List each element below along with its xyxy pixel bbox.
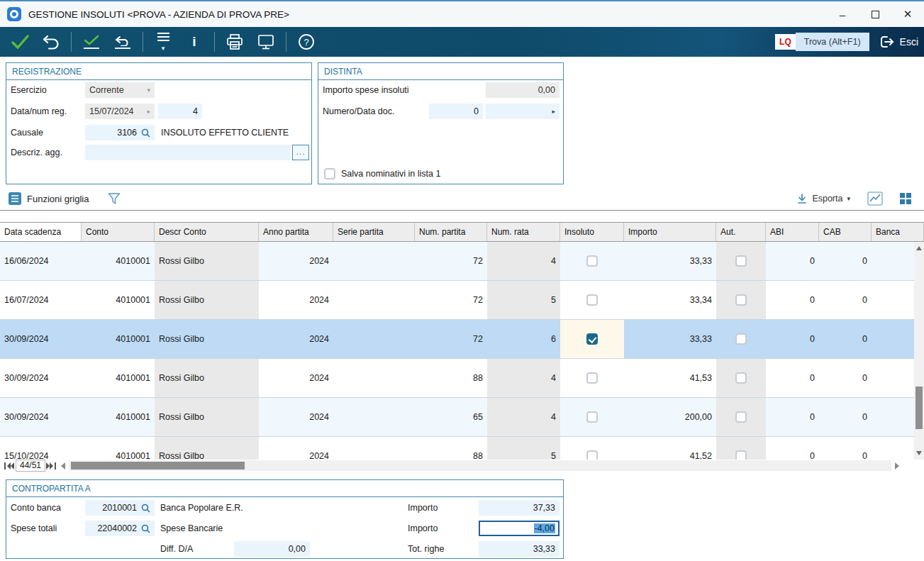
cell-abi[interactable]: 0 bbox=[766, 242, 819, 280]
column-header-data_scadenza[interactable]: Data scadenza bbox=[0, 223, 82, 241]
cell-conto[interactable]: 4010001 bbox=[82, 281, 155, 319]
menu-button[interactable]: ▾ bbox=[148, 30, 178, 54]
salva-nominativi-checkbox[interactable] bbox=[324, 168, 335, 179]
scroll-down-icon[interactable] bbox=[916, 451, 922, 455]
cell-banca[interactable] bbox=[872, 437, 914, 460]
cell-aut[interactable] bbox=[716, 320, 766, 358]
maximize-button[interactable] bbox=[859, 1, 891, 27]
cell-anno_partita[interactable]: 2024 bbox=[259, 437, 333, 460]
insoluto-checkbox[interactable] bbox=[586, 333, 598, 345]
cell-num_rata[interactable]: 4 bbox=[487, 398, 560, 436]
esci-button[interactable]: Esci bbox=[879, 35, 918, 49]
column-header-serie_partita[interactable]: Serie partita bbox=[333, 223, 415, 241]
trova-search-button[interactable]: Trova (Alt+F1) bbox=[796, 33, 869, 51]
column-header-descr_conto[interactable]: Descr Conto bbox=[155, 223, 259, 241]
conto-banca-field[interactable]: 2010001 bbox=[85, 500, 155, 516]
data-doc-field[interactable]: ▸ bbox=[486, 104, 560, 119]
search-icon[interactable] bbox=[141, 524, 150, 533]
cell-anno_partita[interactable]: 2024 bbox=[259, 359, 333, 397]
cell-data_scadenza[interactable]: 30/09/2024 bbox=[0, 398, 82, 436]
cell-abi[interactable]: 0 bbox=[766, 359, 819, 397]
funzioni-griglia-button[interactable]: Funzioni griglia bbox=[27, 194, 89, 204]
vertical-scrollbar-thumb[interactable] bbox=[915, 387, 923, 429]
cell-banca[interactable] bbox=[872, 398, 914, 436]
column-header-num_rata[interactable]: Num. rata bbox=[487, 223, 560, 241]
search-icon[interactable] bbox=[141, 504, 150, 513]
aut-checkbox[interactable] bbox=[735, 255, 747, 267]
insoluto-checkbox[interactable] bbox=[586, 450, 598, 460]
horizontal-scrollbar[interactable] bbox=[69, 460, 891, 471]
causale-field[interactable]: 3106 bbox=[85, 125, 155, 140]
cell-anno_partita[interactable]: 2024 bbox=[259, 281, 333, 319]
insoluto-checkbox[interactable] bbox=[586, 294, 598, 306]
spese-totali-field[interactable]: 22040002 bbox=[85, 521, 155, 536]
descriz-input[interactable] bbox=[85, 145, 291, 160]
confirm-button[interactable] bbox=[5, 30, 35, 54]
cell-descr_conto[interactable]: Rossi Gilbo bbox=[155, 320, 259, 358]
cell-insoluto[interactable] bbox=[560, 398, 624, 436]
cell-serie_partita[interactable] bbox=[333, 281, 415, 319]
cell-data_scadenza[interactable]: 16/07/2024 bbox=[0, 281, 82, 319]
cell-num_partita[interactable]: 65 bbox=[415, 398, 487, 436]
cell-importo[interactable]: 33,34 bbox=[624, 281, 716, 319]
aut-checkbox[interactable] bbox=[735, 372, 747, 384]
cell-cab[interactable]: 0 bbox=[819, 281, 872, 319]
cell-num_partita[interactable]: 72 bbox=[415, 242, 487, 280]
cell-abi[interactable]: 0 bbox=[766, 281, 819, 319]
column-header-anno_partita[interactable]: Anno partita bbox=[259, 223, 333, 241]
scroll-right-icon[interactable] bbox=[895, 462, 899, 470]
cell-importo[interactable]: 41,53 bbox=[624, 359, 716, 397]
undo-button[interactable] bbox=[36, 30, 66, 54]
scroll-left-icon[interactable] bbox=[61, 462, 65, 470]
cell-num_rata[interactable]: 4 bbox=[487, 359, 560, 397]
cell-num_rata[interactable]: 5 bbox=[487, 437, 560, 460]
cell-conto[interactable]: 4010001 bbox=[82, 437, 155, 460]
cell-cab[interactable]: 0 bbox=[819, 398, 872, 436]
cell-num_rata[interactable]: 4 bbox=[487, 242, 560, 280]
undo-and-close-button[interactable] bbox=[108, 30, 138, 54]
cell-conto[interactable]: 4010001 bbox=[82, 320, 155, 358]
cell-num_partita[interactable]: 88 bbox=[415, 437, 487, 460]
cell-serie_partita[interactable] bbox=[333, 242, 415, 280]
cell-descr_conto[interactable]: Rossi Gilbo bbox=[155, 281, 259, 319]
cell-insoluto[interactable] bbox=[560, 242, 624, 280]
cell-abi[interactable]: 0 bbox=[766, 320, 819, 358]
cell-banca[interactable] bbox=[872, 320, 914, 358]
aut-checkbox[interactable] bbox=[735, 294, 747, 306]
cell-aut[interactable] bbox=[716, 437, 766, 460]
cell-num_partita[interactable]: 72 bbox=[415, 281, 487, 319]
cell-importo[interactable]: 41,52 bbox=[624, 437, 716, 460]
cell-descr_conto[interactable]: Rossi Gilbo bbox=[155, 242, 259, 280]
cell-cab[interactable]: 0 bbox=[819, 242, 872, 280]
first-page-icon[interactable] bbox=[4, 462, 15, 470]
cell-insoluto[interactable] bbox=[560, 320, 624, 358]
cell-data_scadenza[interactable]: 16/06/2024 bbox=[0, 242, 82, 280]
cell-banca[interactable] bbox=[872, 359, 914, 397]
cell-descr_conto[interactable]: Rossi Gilbo bbox=[155, 437, 259, 460]
cell-serie_partita[interactable] bbox=[333, 437, 415, 460]
column-header-importo[interactable]: Importo bbox=[624, 223, 716, 241]
vertical-scrollbar[interactable] bbox=[914, 242, 924, 460]
scroll-up-icon[interactable] bbox=[916, 246, 922, 250]
cell-conto[interactable]: 4010001 bbox=[82, 242, 155, 280]
cell-conto[interactable]: 4010001 bbox=[82, 398, 155, 436]
more-button[interactable]: ... bbox=[292, 145, 309, 160]
column-header-insoluto[interactable]: Insoluto bbox=[560, 223, 624, 241]
cell-num_partita[interactable]: 72 bbox=[415, 320, 487, 358]
minimize-button[interactable]: – bbox=[826, 1, 859, 27]
importo-spese-input-focused[interactable]: -4,00 bbox=[479, 521, 560, 536]
diff-da-field[interactable]: 0,00 bbox=[234, 541, 310, 557]
screen-preview-button[interactable] bbox=[251, 30, 281, 54]
importo-banca-field[interactable]: 37,33 bbox=[479, 500, 560, 516]
aut-checkbox[interactable] bbox=[735, 333, 747, 345]
grid-view-icon[interactable] bbox=[900, 193, 911, 204]
cell-importo[interactable]: 33,33 bbox=[624, 320, 716, 358]
cell-anno_partita[interactable]: 2024 bbox=[259, 398, 333, 436]
numero-doc-field[interactable]: 0 bbox=[429, 104, 483, 119]
cell-insoluto[interactable] bbox=[560, 359, 624, 397]
tot-righe-field[interactable]: 33,33 bbox=[479, 541, 560, 557]
cell-num_rata[interactable]: 6 bbox=[487, 320, 560, 358]
num-reg-field[interactable]: 4 bbox=[158, 104, 202, 119]
cell-abi[interactable]: 0 bbox=[766, 437, 819, 460]
help-button[interactable]: ? bbox=[291, 30, 321, 54]
